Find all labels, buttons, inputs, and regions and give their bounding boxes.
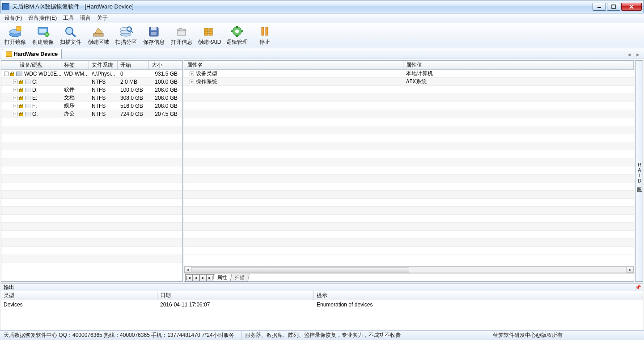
table-row[interactable] bbox=[184, 223, 634, 231]
scroll-right-icon[interactable]: ► bbox=[627, 267, 634, 273]
scan-partition-button[interactable]: 扫描分区 bbox=[114, 25, 138, 46]
create-raid-button[interactable]: 创建RAID bbox=[198, 25, 221, 46]
table-row[interactable] bbox=[184, 191, 634, 199]
table-row[interactable] bbox=[184, 134, 634, 142]
table-row[interactable] bbox=[184, 94, 634, 102]
scroll-track[interactable] bbox=[191, 267, 627, 273]
maximize-button[interactable] bbox=[607, 3, 620, 11]
table-row[interactable] bbox=[1, 126, 182, 134]
open-info-button[interactable]: 打开信息 bbox=[170, 25, 193, 46]
pin-icon[interactable]: 📌 bbox=[635, 285, 640, 290]
tree-expand-icon[interactable]: + bbox=[190, 80, 194, 84]
table-row[interactable] bbox=[1, 134, 182, 142]
table-row[interactable] bbox=[184, 231, 634, 239]
col-attr-name[interactable]: 属性名 bbox=[184, 61, 403, 69]
table-row[interactable] bbox=[184, 247, 634, 255]
horizontal-scrollbar[interactable]: ◄ ► bbox=[184, 267, 634, 274]
table-row[interactable]: −WDC WD10E...WD-WM...\\.\Physi...0931.5 … bbox=[1, 70, 182, 78]
table-row[interactable] bbox=[184, 150, 634, 158]
table-row[interactable] bbox=[1, 247, 182, 255]
table-row[interactable] bbox=[184, 102, 634, 110]
table-row[interactable] bbox=[1, 199, 182, 207]
sheet-tab-attr[interactable]: 属性 bbox=[212, 274, 232, 281]
tree-expand-icon[interactable]: + bbox=[13, 96, 17, 100]
table-row[interactable] bbox=[184, 166, 634, 174]
table-row[interactable] bbox=[184, 110, 634, 118]
table-row[interactable] bbox=[1, 174, 182, 183]
table-row[interactable] bbox=[1, 158, 182, 166]
table-row[interactable] bbox=[1, 142, 182, 150]
tree-collapse-icon[interactable]: − bbox=[4, 72, 8, 76]
table-row[interactable] bbox=[184, 207, 634, 215]
col-size[interactable]: 大小 bbox=[149, 61, 180, 69]
table-row[interactable] bbox=[184, 126, 634, 134]
table-row[interactable]: +操作系统AIX系统 bbox=[184, 78, 634, 86]
table-row[interactable] bbox=[184, 86, 634, 94]
output-body[interactable]: Devices2016-04-11 17:06:07Enumeration of… bbox=[1, 300, 643, 330]
table-row[interactable] bbox=[1, 231, 182, 239]
col-start[interactable]: 开始 bbox=[118, 61, 149, 69]
table-row[interactable] bbox=[1, 223, 182, 231]
table-row[interactable]: +E:文档NTFS308.0 GB208.0 GB bbox=[1, 94, 182, 102]
menu-language[interactable]: 语言 bbox=[80, 14, 91, 22]
scroll-left-icon[interactable]: ◄ bbox=[184, 267, 191, 273]
table-row[interactable] bbox=[1, 166, 182, 174]
col-device[interactable]: 设备/硬盘 bbox=[1, 61, 61, 69]
table-row[interactable] bbox=[184, 183, 634, 191]
sheet-nav-prev[interactable]: ◄ bbox=[192, 274, 199, 281]
tree-expand-icon[interactable]: + bbox=[13, 104, 17, 108]
table-row[interactable] bbox=[1, 255, 182, 263]
sheet-tab-scan[interactable]: 扫描 bbox=[230, 274, 249, 281]
menu-device[interactable]: 设备(F) bbox=[4, 14, 22, 22]
menu-device-ops[interactable]: 设备操作(E) bbox=[28, 14, 57, 22]
table-row[interactable] bbox=[184, 174, 634, 183]
create-region-button[interactable]: 创建区域 bbox=[87, 25, 110, 46]
col-fs[interactable]: 文件系统 bbox=[89, 61, 118, 69]
tree-expand-icon[interactable]: + bbox=[13, 112, 17, 116]
tree-expand-icon[interactable]: + bbox=[13, 88, 17, 92]
tab-scroll-right-icon[interactable]: ► bbox=[634, 51, 642, 58]
table-row[interactable] bbox=[1, 207, 182, 215]
scan-files-button[interactable]: 扫描文件 bbox=[59, 25, 82, 46]
side-tab-raid-config[interactable]: RAID配置 bbox=[635, 60, 643, 282]
open-image-button[interactable]: 打开镜像 bbox=[4, 25, 27, 46]
table-row[interactable] bbox=[1, 191, 182, 199]
minimize-button[interactable] bbox=[593, 3, 606, 11]
menu-tools[interactable]: 工具 bbox=[63, 14, 74, 22]
table-row[interactable]: +C:NTFS2.0 MB100.0 GB bbox=[1, 78, 182, 86]
property-grid-body[interactable]: +设备类型本地计算机+操作系统AIX系统 bbox=[184, 70, 634, 266]
col-out-hint[interactable]: 提示 bbox=[314, 291, 643, 300]
table-row[interactable] bbox=[184, 199, 634, 207]
col-out-type[interactable]: 类型 bbox=[1, 291, 157, 300]
save-info-button[interactable]: 保存信息 bbox=[142, 25, 165, 46]
table-row[interactable] bbox=[1, 150, 182, 158]
table-row[interactable] bbox=[184, 118, 634, 126]
col-attr-value[interactable]: 属性值 bbox=[403, 61, 634, 69]
menu-about[interactable]: 关于 bbox=[97, 14, 108, 22]
table-row[interactable]: +设备类型本地计算机 bbox=[184, 70, 634, 78]
sheet-nav-first[interactable]: |◄ bbox=[185, 274, 192, 281]
col-out-date[interactable]: 日期 bbox=[157, 291, 314, 300]
doc-tab-hardware-device[interactable]: HardWare Device bbox=[2, 49, 62, 59]
stop-button[interactable]: 停止 bbox=[253, 25, 276, 46]
table-row[interactable] bbox=[184, 142, 634, 150]
close-button[interactable] bbox=[621, 3, 642, 11]
logic-manage-button[interactable]: 逻辑管理 bbox=[225, 25, 249, 46]
table-row[interactable] bbox=[1, 263, 182, 271]
col-label[interactable]: 标签 bbox=[61, 61, 89, 69]
tree-expand-icon[interactable]: + bbox=[13, 80, 17, 84]
table-row[interactable] bbox=[1, 215, 182, 223]
table-row[interactable] bbox=[1, 183, 182, 191]
table-row[interactable]: +D:软件NTFS100.0 GB208.0 GB bbox=[1, 86, 182, 94]
tab-scroll-left-icon[interactable]: ◄ bbox=[625, 51, 633, 58]
table-row[interactable] bbox=[184, 239, 634, 247]
scroll-thumb[interactable] bbox=[192, 267, 409, 272]
table-row[interactable]: +G:办公NTFS724.0 GB207.5 GB bbox=[1, 110, 182, 118]
table-row[interactable] bbox=[1, 118, 182, 126]
table-row[interactable] bbox=[1, 239, 182, 247]
device-grid-body[interactable]: −WDC WD10E...WD-WM...\\.\Physi...0931.5 … bbox=[1, 70, 182, 281]
table-row[interactable] bbox=[184, 158, 634, 166]
table-row[interactable] bbox=[184, 215, 634, 223]
output-row[interactable]: Devices2016-04-11 17:06:07Enumeration of… bbox=[1, 300, 643, 309]
sheet-nav-next[interactable]: ► bbox=[199, 274, 207, 281]
